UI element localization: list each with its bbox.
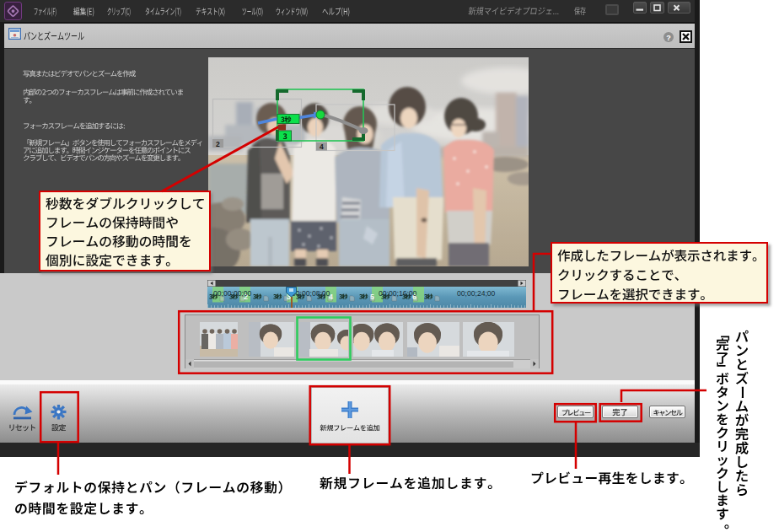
svg-text:?: ? (666, 34, 671, 42)
svg-text:4: 4 (320, 142, 324, 151)
svg-text:00;00;00;00: 00;00;00;00 (213, 289, 252, 298)
svg-text:00;00;08;00: 00;00;08;00 (292, 289, 330, 298)
svg-text:5: 5 (370, 293, 374, 301)
svg-text:00;00;16;00: 00;00;16;00 (379, 289, 417, 298)
svg-text:00;00;24;00: 00;00;24;00 (457, 289, 496, 298)
svg-text:2: 2 (216, 140, 220, 148)
